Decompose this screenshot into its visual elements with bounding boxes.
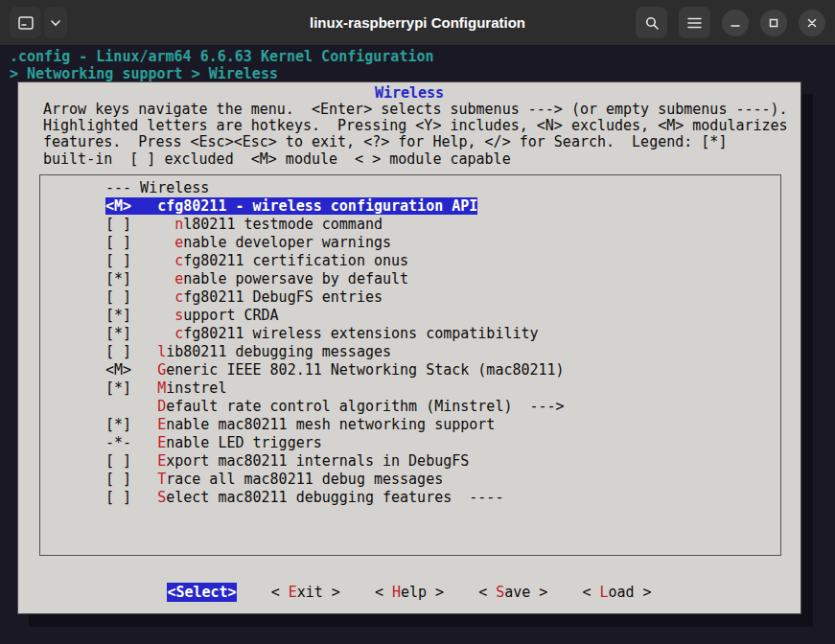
menu-item[interactable]: <M> cfg80211 - wireless configuration AP… xyxy=(40,197,780,216)
button-row: <Select>< Exit >< Help >< Save >< Load > xyxy=(18,583,800,602)
menu-item[interactable]: [ ] Select mac80211 debugging features -… xyxy=(40,489,780,507)
terminal-tab-icon xyxy=(18,16,34,30)
menu-item[interactable]: <M> Generic IEEE 802.11 Networking Stack… xyxy=(40,361,780,380)
instruction-line: Arrow keys navigate the menu. <Enter> se… xyxy=(43,102,793,118)
terminal-screen: .config - Linux/arm64 6.6.63 Kernel Conf… xyxy=(0,46,835,644)
window-titlebar: linux-raspberrypi Configuration xyxy=(0,0,835,46)
menu-item[interactable]: [ ] Export mac80211 internals in DebugFS xyxy=(40,452,780,471)
close-icon xyxy=(807,18,817,28)
menu-list: --- Wireless<M> cfg80211 - wireless conf… xyxy=(39,174,781,556)
menu-item[interactable]: Default rate control algorithm (Minstrel… xyxy=(40,398,780,416)
instruction-line: Highlighted letters are hotkeys. Pressin… xyxy=(43,118,793,134)
dialog-button[interactable]: < Help > xyxy=(375,583,444,602)
maximize-button[interactable] xyxy=(760,10,787,36)
dialog-title: Wireless xyxy=(18,84,800,102)
tab-dropdown-button[interactable] xyxy=(44,7,67,38)
menu-item[interactable]: [ ] nl80211 testmode command xyxy=(40,216,780,234)
menu-item[interactable]: [ ] cfg80211 DebugFS entries xyxy=(40,288,780,307)
menu-button[interactable] xyxy=(679,7,710,38)
menu-item[interactable]: [ ] Trace all mac80211 debug messages xyxy=(40,471,780,489)
window-title: linux-raspberrypi Configuration xyxy=(310,14,525,31)
dialog-instructions: Arrow keys navigate the menu. <Enter> se… xyxy=(43,102,793,168)
menu-item[interactable]: [*] Enable mac80211 mesh networking supp… xyxy=(40,416,780,434)
menu-item[interactable]: [ ] lib80211 debugging messages xyxy=(40,343,780,361)
minimize-button[interactable] xyxy=(722,10,749,36)
maximize-icon xyxy=(769,18,778,28)
menu-item[interactable]: [ ] cfg80211 certification onus xyxy=(40,252,780,270)
config-dialog: Wireless Arrow keys navigate the menu. <… xyxy=(17,81,801,614)
menu-item[interactable]: -*- Enable LED triggers xyxy=(40,434,780,452)
menu-item[interactable]: [*] support CRDA xyxy=(40,307,780,325)
hamburger-menu-icon xyxy=(687,17,702,29)
menu-item[interactable]: [*] cfg80211 wireless extensions compati… xyxy=(40,325,780,343)
dialog-button[interactable]: < Save > xyxy=(478,583,547,602)
close-button[interactable] xyxy=(799,10,825,36)
chevron-down-icon xyxy=(50,19,61,27)
menu-item[interactable]: [*] enable powersave by default xyxy=(40,270,780,288)
search-button[interactable] xyxy=(636,7,667,38)
breadcrumb: > Networking support > Wireless xyxy=(10,66,825,83)
search-icon xyxy=(644,15,660,31)
minimize-icon xyxy=(731,18,740,28)
instruction-line: features. Press <Esc><Esc> to exit, <?> … xyxy=(43,134,793,150)
menu-item[interactable]: --- Wireless xyxy=(40,179,780,197)
new-tab-button[interactable] xyxy=(10,7,41,38)
dialog-button[interactable]: < Exit > xyxy=(271,583,340,602)
instruction-line: built-in [ ] excluded <M> module < > mod… xyxy=(43,151,793,168)
menu-item[interactable]: [*] Minstrel xyxy=(40,380,780,398)
dialog-button[interactable]: <Select> xyxy=(167,583,236,602)
kernel-config-header: .config - Linux/arm64 6.6.63 Kernel Conf… xyxy=(10,49,825,66)
dialog-button[interactable]: < Load > xyxy=(582,583,651,602)
menu-item[interactable]: [ ] enable developer warnings xyxy=(40,234,780,252)
